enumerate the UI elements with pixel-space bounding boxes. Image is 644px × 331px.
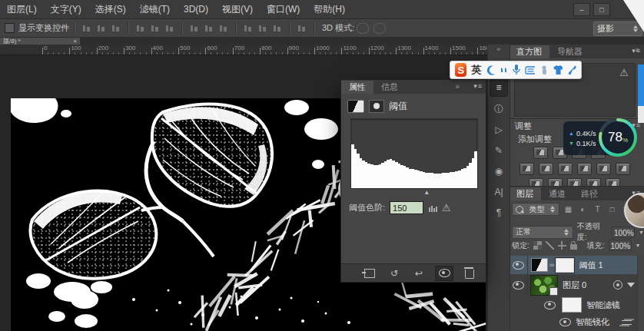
rotate-3d-icon[interactable] [357,23,369,34]
voice-input-icon[interactable] [511,64,520,76]
sogou-logo[interactable]: S [455,63,466,77]
threshold-layer-thumbnail[interactable] [531,258,548,272]
delete-adjustment-button[interactable] [461,266,478,280]
align-bottom-edges-icon[interactable] [164,24,174,33]
lock-transparency-icon[interactable] [533,241,542,250]
smart-filter-mask-thumbnail[interactable] [562,297,582,313]
tab-info[interactable]: 信息 [373,81,406,94]
fill-value[interactable]: 100% [609,240,632,251]
clip-to-layer-button[interactable] [361,266,378,280]
settings-wrench-icon[interactable] [567,65,576,75]
collapse-smart-filters-icon[interactable] [627,283,635,287]
photo-filter-adjustment-icon[interactable] [596,163,611,175]
ime-mode-toggle[interactable]: 英 [471,63,481,77]
paragraph-panel-icon[interactable]: ¶ [490,204,507,221]
menu-item-6[interactable]: 视图(V) [215,0,260,18]
document-tab[interactable]: 版/8) * × [0,37,80,45]
distribute-bottom-edges-icon[interactable] [218,24,228,33]
menu-item-3[interactable]: 选择(S) [88,0,133,18]
visibility-button[interactable] [435,266,453,281]
layers-scrollbar[interactable] [637,256,644,331]
keyboard-icon[interactable] [525,65,535,75]
menu-item-8[interactable]: 帮助(H) [307,0,352,18]
menu-item-4[interactable]: 滤镜(T) [133,0,177,18]
align-vertical-centers-icon[interactable] [150,24,160,33]
color-balance-adjustment-icon[interactable] [558,163,573,175]
menu-item-7[interactable]: 窗口(W) [260,0,307,18]
fill-arrow-icon[interactable]: ▼ [636,243,641,248]
tab-paths[interactable]: 路径 [573,187,606,200]
align-horizontal-centers-icon[interactable] [96,24,106,33]
visibility-toggle[interactable] [559,318,571,326]
undo-button[interactable]: ↩ [410,266,427,280]
tab-properties[interactable]: 属性 [341,81,373,94]
layer0-thumbnail[interactable] [530,275,558,296]
layer-row-smart-sharpen[interactable]: 智能锐化 [509,314,638,330]
mask-icon[interactable] [369,100,384,113]
channel-mixer-adjustment-icon[interactable] [616,163,630,175]
tab-histogram[interactable]: 直方图 [509,45,549,58]
menu-item-1[interactable]: 图层(L) [0,0,44,18]
punctuation-icon[interactable] [500,65,506,76]
opacity-value[interactable]: 100% [612,227,635,238]
filter-adjustment-layers-icon[interactable]: ◐ [577,204,589,215]
distribute-right-edges-icon[interactable] [272,24,282,33]
lock-paint-icon[interactable] [546,241,554,250]
visibility-toggle[interactable] [509,256,528,274]
visibility-toggle[interactable] [544,301,556,309]
align-top-edges-icon[interactable] [135,24,145,33]
workspace-selector[interactable]: 摄影 [593,22,642,36]
minimize-button[interactable]: – [573,3,590,16]
smart-filters-label[interactable]: 智能滤镜 [586,300,620,311]
threshold-value-input[interactable] [390,201,423,214]
clone-source-panel-icon[interactable]: ◉ [490,163,507,180]
collapse-dock-icon[interactable]: « [488,45,510,54]
hue-saturation-adjustment-icon[interactable] [539,163,553,175]
tab-navigator[interactable]: 导航器 [549,45,590,58]
handwriting-icon[interactable] [539,65,548,75]
visibility-toggle[interactable] [509,274,528,296]
threshold-slider-handle[interactable]: ▲ [423,189,430,196]
sidebar-widget-blue[interactable] [638,65,644,106]
reset-button[interactable]: ↺ [386,266,403,280]
night-mode-icon[interactable] [486,65,495,76]
lock-all-icon[interactable] [570,244,577,250]
skin-icon[interactable] [553,65,563,75]
smart-sharpen-label[interactable]: 智能锐化 [576,316,609,328]
filter-blending-options-icon[interactable] [622,319,632,326]
brightness-contrast-adjustment-icon[interactable] [533,147,548,159]
align-right-edges-icon[interactable] [111,24,121,33]
collapse-panel-icon[interactable]: » [455,82,460,91]
layer-row-layer0[interactable]: 图层 0 [509,274,638,296]
show-transform-checkbox[interactable] [5,23,15,33]
sidebar-widget-white[interactable] [638,106,644,123]
menu-item-5[interactable]: 3D(D) [177,0,215,18]
roll-3d-icon[interactable] [373,23,386,34]
tab-layers[interactable]: 图层 [509,187,541,200]
filter-type-layers-icon[interactable]: T [592,204,603,215]
align-left-edges-icon[interactable] [81,24,91,33]
tab-close-icon[interactable]: × [73,38,77,45]
threshold-histogram[interactable] [350,118,478,189]
opacity-arrow-icon[interactable]: ▼ [639,230,644,235]
filter-shape-layers-icon[interactable]: □ [606,204,618,215]
distribute-left-edges-icon[interactable] [243,24,253,33]
lock-position-icon[interactable] [558,241,566,250]
layer-row-threshold[interactable]: ∞ 阈值 1 [509,256,638,274]
distribute-vertical-centers-icon[interactable] [204,24,214,33]
info-panel-icon[interactable]: ⓘ [490,101,507,118]
vibrance-adjustment-icon[interactable] [520,163,534,175]
expand-dock-icon[interactable]: » [635,45,639,54]
layer-mask-thumbnail[interactable] [556,258,574,273]
properties-panel-icon[interactable]: ≡ [490,78,508,97]
black-white-adjustment-icon[interactable] [577,163,592,175]
restore-button[interactable]: □ [593,3,610,16]
tab-channels[interactable]: 通道 [541,187,573,200]
layer-name[interactable]: 阈值 1 [579,260,603,271]
distribute-top-edges-icon[interactable] [189,24,199,33]
actions-panel-icon[interactable]: ▷ [490,121,507,138]
layer-filter-kind-dropdown[interactable]: 类型 [512,203,559,216]
auto-align-layers-icon[interactable] [297,24,307,33]
brush-settings-panel-icon[interactable]: ✎ [490,142,507,159]
layer-name[interactable]: 图层 0 [563,280,586,291]
